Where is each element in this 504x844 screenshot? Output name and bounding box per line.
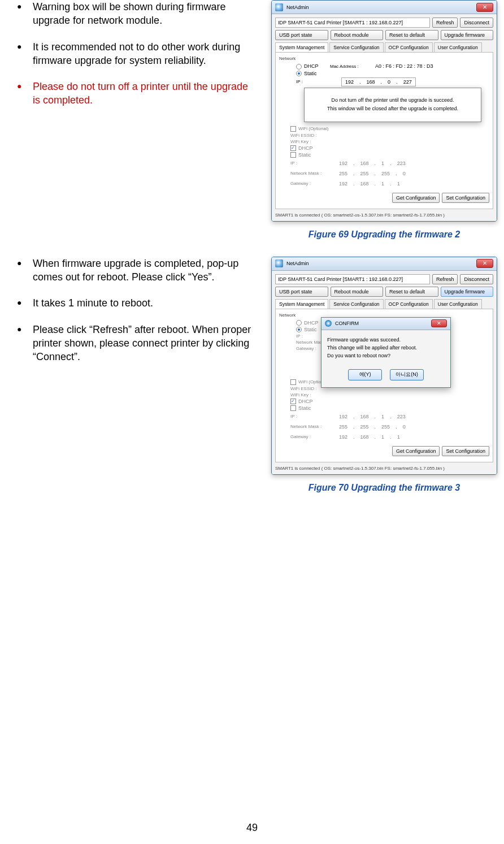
mask2-field: 255.255.255.0	[336, 169, 409, 178]
device-combo[interactable]: IDP SMART-51 Card Printer [SMART1 : 192.…	[275, 18, 430, 28]
static2-label: Static	[298, 152, 311, 158]
reset-button[interactable]: Reset to default	[385, 287, 438, 297]
info-icon	[325, 320, 332, 327]
wifi-key-label: WiFi Key :	[290, 392, 336, 397]
tab-system[interactable]: System Management	[275, 299, 328, 309]
set-config-button[interactable]: Set Configuration	[442, 446, 489, 456]
wifi-checkbox[interactable]	[290, 379, 296, 385]
static-radio[interactable]	[296, 327, 302, 332]
no-button[interactable]: 아니요(N)	[390, 369, 424, 380]
bullet-item: When firmware upgrade is completed, pop-…	[17, 257, 254, 284]
upgrade-button[interactable]: Upgrade firmware	[441, 287, 494, 297]
ip2-field: 192.168.1.223	[336, 159, 409, 168]
usb-port-button[interactable]: USB port state	[275, 287, 328, 297]
wifi-label: WiFi (Optional)	[298, 126, 328, 131]
confirm-line1: Firmware upgrade was succeed.	[327, 336, 445, 344]
figure-caption-69: Figure 69 Upgrading the firmware 2	[309, 230, 460, 240]
get-config-button[interactable]: Get Configuration	[392, 446, 440, 456]
gw2-label: Gateway :	[290, 181, 336, 186]
tab-service[interactable]: Service Configuration	[329, 299, 383, 309]
confirm-dialog: CONFIRM ✕ Firmware upgrade was succeed. …	[321, 317, 451, 388]
mac-label: Mac Address :	[330, 64, 375, 69]
static-label: Static	[304, 71, 317, 76]
yes-button[interactable]: 예(Y)	[348, 369, 382, 380]
ip2-label: IP :	[290, 161, 336, 166]
static-label: Static	[304, 327, 317, 332]
ip-field[interactable]: 192.168.0.227	[341, 77, 416, 86]
set-config-button[interactable]: Set Configuration	[442, 193, 489, 203]
dhcp2-label: DHCP	[298, 399, 313, 404]
dhcp-radio[interactable]	[296, 64, 302, 70]
window-title: NetAdmin	[286, 5, 309, 10]
close-icon[interactable]: ✕	[476, 259, 493, 268]
overlay-line2: This window will be closed after the upg…	[310, 105, 475, 113]
ip2-field: 192.168.1.223	[336, 412, 409, 421]
confirm-line2: This change will be applied after reboot…	[327, 344, 445, 352]
tab-user[interactable]: User Configuration	[434, 299, 482, 309]
window-title: NetAdmin	[286, 261, 309, 266]
static-radio[interactable]	[296, 71, 302, 76]
reboot-button[interactable]: Reboot module	[331, 30, 384, 40]
mask2-field: 255.255.255.0	[336, 422, 409, 431]
mask2-label: Network Mask :	[290, 424, 336, 429]
netadmin-window-1: NetAdmin ✕ IDP SMART-51 Card Printer [SM…	[271, 0, 497, 222]
gw2-label: Gateway :	[290, 434, 336, 439]
close-icon[interactable]: ✕	[431, 319, 447, 327]
gw2-field: 192.168.1.1	[336, 432, 403, 442]
tab-ocp[interactable]: OCP Configuration	[385, 299, 433, 309]
dhcp2-checkbox[interactable]	[290, 145, 296, 151]
dhcp-label: DHCP	[304, 63, 319, 69]
dhcp2-checkbox[interactable]	[290, 399, 296, 404]
mac-value: A0 : F6 : FD : 22 : 78 : D3	[375, 63, 433, 69]
bullet-item-warning: Please do not turn off a printer until t…	[17, 80, 254, 107]
tab-ocp[interactable]: OCP Configuration	[385, 42, 433, 52]
disconnect-button[interactable]: Disconnect	[460, 274, 493, 284]
bullet-item: It is recommended not to do other work d…	[17, 40, 254, 68]
refresh-button[interactable]: Refresh	[432, 18, 458, 28]
overlay-line1: Do not turn off the printer until the up…	[310, 96, 475, 105]
dhcp-label: DHCP	[304, 320, 319, 326]
wifi-key-label: WiFi Key :	[290, 139, 336, 144]
disconnect-button[interactable]: Disconnect	[460, 18, 493, 28]
figure-caption-70: Figure 70 Upgrading the firmware 3	[309, 483, 460, 493]
tab-system[interactable]: System Management	[275, 42, 328, 52]
page-number: 49	[0, 822, 504, 834]
usb-port-button[interactable]: USB port state	[275, 30, 328, 40]
upgrade-button[interactable]: Upgrade firmware	[441, 30, 494, 40]
dhcp-radio[interactable]	[296, 320, 302, 326]
ip2-label: IP :	[290, 414, 336, 419]
static2-label: Static	[298, 405, 311, 411]
upgrade-warning-overlay: Do not turn off the printer until the up…	[304, 88, 481, 122]
confirm-line3: Do you want to reboot now?	[327, 352, 445, 360]
static2-checkbox[interactable]	[290, 152, 296, 158]
netadmin-window-2: NetAdmin ✕ IDP SMART-51 Card Printer [SM…	[271, 257, 497, 475]
reboot-button[interactable]: Reboot module	[331, 287, 384, 297]
ip-label: IP :	[296, 79, 341, 84]
bullet-item: Please click “Refresh” after reboot. Whe…	[17, 323, 254, 364]
wifi-checkbox[interactable]	[290, 126, 296, 132]
device-combo[interactable]: IDP SMART-51 Card Printer [SMART1 : 192.…	[275, 274, 430, 284]
tab-user[interactable]: User Configuration	[434, 42, 482, 52]
status-bar: SMART1 is connected ( OS: smartnet2-os-1…	[275, 213, 493, 218]
mask2-label: Network Mask :	[290, 171, 336, 176]
wifi-essid-label: WiFi ESSID :	[290, 133, 336, 138]
reset-button[interactable]: Reset to default	[385, 30, 438, 40]
tab-service[interactable]: Service Configuration	[329, 42, 383, 52]
bullet-item: It takes 1 minute to reboot.	[17, 296, 254, 310]
status-bar: SMART1 is connected ( OS: smartnet2-os-1…	[275, 466, 493, 471]
app-icon	[275, 3, 283, 11]
app-icon	[275, 259, 283, 267]
static2-checkbox[interactable]	[290, 405, 296, 411]
network-group-label: Network	[279, 56, 489, 61]
refresh-button[interactable]: Refresh	[432, 274, 458, 284]
bullet-item: Warning box will be shown during firmwar…	[17, 0, 254, 28]
confirm-title: CONFIRM	[335, 321, 359, 326]
close-icon[interactable]: ✕	[476, 3, 493, 12]
get-config-button[interactable]: Get Configuration	[392, 193, 440, 203]
gw2-field: 192.168.1.1	[336, 179, 403, 188]
dhcp2-label: DHCP	[298, 145, 313, 151]
